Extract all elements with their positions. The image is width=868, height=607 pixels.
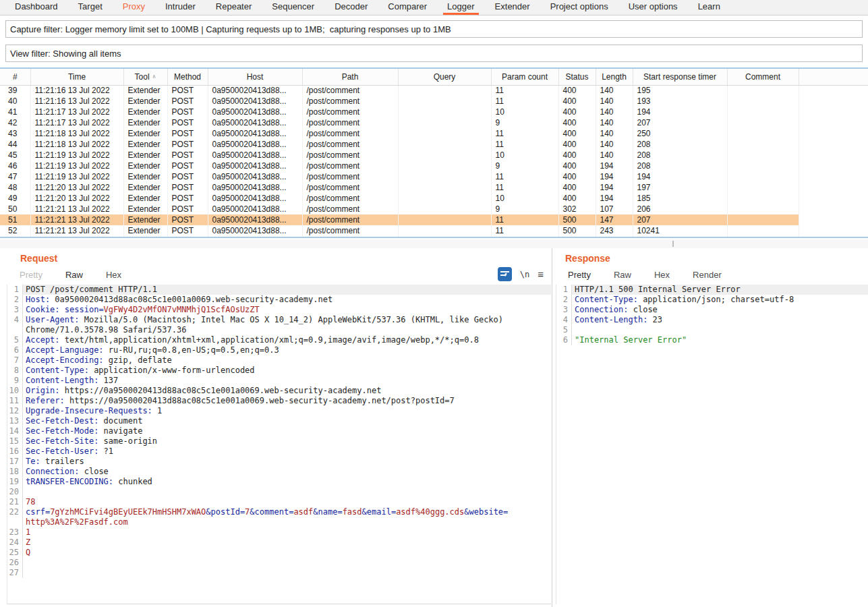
- menu-tab-decoder[interactable]: Decoder: [330, 0, 372, 15]
- view-filter-bar[interactable]: View filter: Showing all items: [5, 45, 863, 62]
- cell-time: 11:21:17 13 Jul 2022: [30, 117, 123, 128]
- cell-start-response-timer: 10241: [633, 225, 727, 236]
- cell-host: 0a9500020413d88...: [208, 150, 302, 161]
- response-tab-hex[interactable]: Hex: [652, 268, 672, 286]
- table-row[interactable]: 4711:21:19 13 Jul 2022ExtenderPOST0a9500…: [0, 171, 868, 182]
- line-number: 23: [7, 527, 22, 538]
- cell-time: 11:21:22 13 Jul 2022: [30, 236, 123, 238]
- line-number: 11: [7, 396, 22, 406]
- horizontal-split-divider[interactable]: [0, 239, 868, 248]
- menu-tab-user-options[interactable]: User options: [625, 0, 682, 15]
- menu-tab-sequencer[interactable]: Sequencer: [268, 0, 318, 15]
- menu-tab-dashboard[interactable]: Dashboard: [11, 0, 62, 15]
- table-row[interactable]: 3911:21:16 13 Jul 2022ExtenderPOST0a9500…: [0, 85, 868, 96]
- cell-start-response-timer: 208: [633, 150, 727, 161]
- cell-tool: Extender: [123, 117, 167, 128]
- table-row[interactable]: 4211:21:17 13 Jul 2022ExtenderPOST0a9500…: [0, 117, 868, 128]
- column-header-method[interactable]: Method: [167, 69, 208, 85]
- menu-tab-intruder[interactable]: Intruder: [161, 0, 200, 15]
- table-row[interactable]: 4611:21:19 13 Jul 2022ExtenderPOST0a9500…: [0, 161, 868, 171]
- divider-grip-icon: [672, 241, 674, 247]
- column-header-comment[interactable]: Comment: [727, 69, 799, 85]
- code-line: 11Referer: https://0a9500020413d88ac08c5…: [7, 396, 551, 406]
- cell-start-response-timer: 207: [633, 214, 727, 225]
- request-tab-raw[interactable]: Raw: [63, 268, 86, 286]
- table-row[interactable]: 5111:21:21 13 Jul 2022ExtenderPOST0a9500…: [0, 214, 868, 225]
- response-tab-render[interactable]: Render: [690, 268, 724, 286]
- cell-host: 0a9500020413d88...: [208, 193, 302, 204]
- column-header-length[interactable]: Length: [596, 69, 633, 85]
- table-row[interactable]: 5311:21:22 13 Jul 2022ExtenderPOST0a9500…: [0, 236, 868, 238]
- cell-status: 302: [558, 204, 596, 214]
- cell--: 53: [0, 236, 30, 238]
- table-row[interactable]: 5011:21:21 13 Jul 2022ExtenderPOST0a9500…: [0, 204, 868, 214]
- table-row[interactable]: 4311:21:18 13 Jul 2022ExtenderPOST0a9500…: [0, 128, 868, 139]
- request-editor[interactable]: 1POST /post/comment HTTP/1.12Host: 0a950…: [7, 285, 551, 604]
- column-header-tool[interactable]: Tool∧: [123, 69, 167, 85]
- table-row[interactable]: 4011:21:16 13 Jul 2022ExtenderPOST0a9500…: [0, 96, 868, 107]
- response-tab-pretty[interactable]: Pretty: [565, 268, 594, 286]
- request-tab-pretty[interactable]: Pretty: [17, 268, 45, 286]
- cell-tool: Extender: [123, 161, 167, 171]
- table-row[interactable]: 4511:21:19 13 Jul 2022ExtenderPOST0a9500…: [0, 150, 868, 161]
- column-header-time[interactable]: Time: [30, 69, 123, 85]
- line-content: Content-Length: 23: [571, 315, 868, 325]
- cell-comment: [727, 161, 799, 171]
- column-header-start-response-timer[interactable]: Start response timer: [633, 69, 727, 85]
- column-header-path[interactable]: Path: [302, 69, 398, 85]
- column-header--[interactable]: #: [0, 69, 30, 85]
- cell-status: 400: [558, 150, 596, 161]
- table-row[interactable]: 4911:21:20 13 Jul 2022ExtenderPOST0a9500…: [0, 193, 868, 204]
- column-header-status[interactable]: Status: [558, 69, 596, 85]
- cell--: 49: [0, 193, 30, 204]
- column-header-host[interactable]: Host: [208, 69, 302, 85]
- response-tab-raw[interactable]: Raw: [611, 268, 634, 286]
- menu-tab-proxy[interactable]: Proxy: [119, 0, 149, 15]
- cell-tool: Extender: [123, 204, 167, 214]
- code-line: 6"Internal Server Error": [556, 335, 868, 345]
- line-content: Sec-Fetch-Dest: document: [22, 416, 551, 426]
- response-editor[interactable]: 1HTTP/1.1 500 Internal Server Error2Cont…: [556, 285, 868, 604]
- table-row[interactable]: 4811:21:20 13 Jul 2022ExtenderPOST0a9500…: [0, 182, 868, 193]
- capture-filter-bar[interactable]: Capture filter: Logger memory limit set …: [5, 20, 863, 38]
- line-number: 5: [7, 335, 22, 345]
- request-tab-hex[interactable]: Hex: [103, 268, 124, 286]
- editor-menu-icon[interactable]: ≡: [538, 268, 544, 280]
- menu-tab-repeater[interactable]: Repeater: [212, 0, 256, 15]
- column-header-query[interactable]: Query: [398, 69, 491, 85]
- cell-time: 11:21:17 13 Jul 2022: [30, 107, 123, 117]
- table-row[interactable]: 5211:21:21 13 Jul 2022ExtenderPOST0a9500…: [0, 225, 868, 236]
- menu-tab-logger[interactable]: Logger: [443, 0, 478, 15]
- menu-tab-extender[interactable]: Extender: [491, 0, 534, 15]
- code-line: 1POST /post/comment HTTP/1.1: [7, 285, 551, 295]
- line-number: 21: [7, 497, 22, 507]
- cell-length: 140: [596, 96, 633, 107]
- cell--: 42: [0, 117, 30, 128]
- cell-path: /post/comment: [302, 96, 398, 107]
- show-newlines-icon[interactable]: \n: [520, 270, 529, 279]
- code-line: 20: [7, 487, 551, 497]
- line-content: Accept-Encoding: gzip, deflate: [22, 355, 551, 366]
- cell-tool: Extender: [123, 193, 167, 204]
- menu-tab-learn[interactable]: Learn: [694, 0, 724, 15]
- wrap-lines-icon[interactable]: [498, 267, 512, 281]
- menu-tab-project-options[interactable]: Project options: [546, 0, 612, 15]
- cell-query: [398, 128, 491, 139]
- table-row[interactable]: 4411:21:18 13 Jul 2022ExtenderPOST0a9500…: [0, 139, 868, 150]
- cell-filler: [799, 117, 868, 128]
- menu-tab-target[interactable]: Target: [74, 0, 107, 15]
- cell-param-count: 11: [491, 96, 558, 107]
- code-line: 26: [7, 558, 551, 568]
- column-header-param-count[interactable]: Param count: [491, 69, 558, 85]
- vertical-split-divider[interactable]: [552, 248, 552, 607]
- cell-host: 0a9500020413d88...: [208, 225, 302, 236]
- cell-time: 11:21:19 13 Jul 2022: [30, 161, 123, 171]
- cell-comment: [727, 182, 799, 193]
- cell-param-count: 11: [491, 236, 558, 238]
- table-row[interactable]: 4111:21:17 13 Jul 2022ExtenderPOST0a9500…: [0, 107, 868, 117]
- view-filter-text: View filter: Showing all items: [10, 49, 121, 59]
- cell-query: [398, 139, 491, 150]
- cell-tool: Extender: [123, 96, 167, 107]
- menu-tab-comparer[interactable]: Comparer: [384, 0, 431, 15]
- cell-query: [398, 161, 491, 171]
